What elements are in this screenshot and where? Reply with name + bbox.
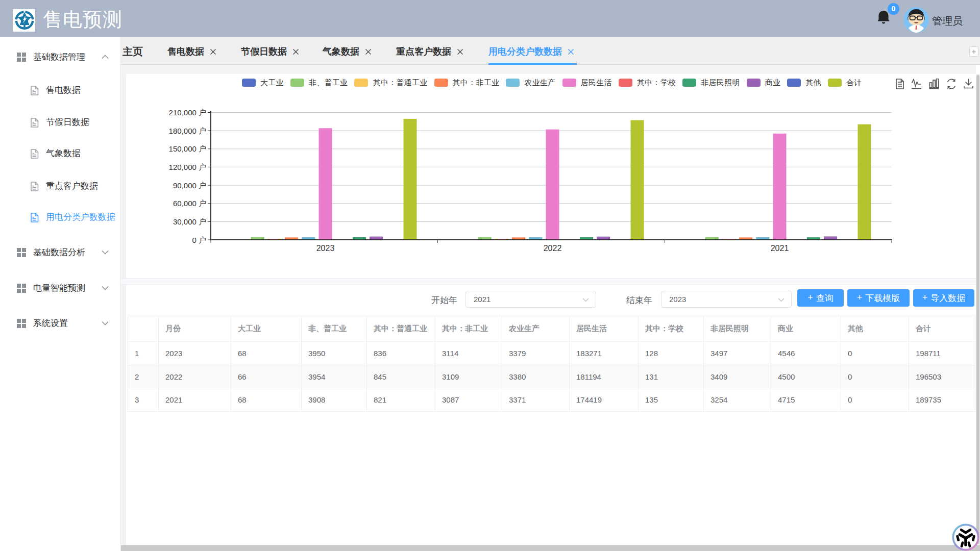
svg-text:2022: 2022	[544, 244, 562, 253]
svg-text:90,000 户: 90,000 户	[173, 181, 206, 190]
svg-text:180,000 户: 180,000 户	[169, 127, 206, 135]
svg-text:0 户: 0 户	[192, 236, 206, 244]
svg-text:120,000 户: 120,000 户	[169, 163, 206, 171]
svg-text:2021: 2021	[771, 244, 789, 253]
svg-text:30,000 户: 30,000 户	[173, 217, 206, 226]
svg-text:210,000 户: 210,000 户	[169, 108, 206, 117]
svg-text:150,000 户: 150,000 户	[169, 144, 206, 153]
svg-text:2023: 2023	[316, 244, 335, 253]
svg-text:60,000 户: 60,000 户	[173, 199, 206, 208]
